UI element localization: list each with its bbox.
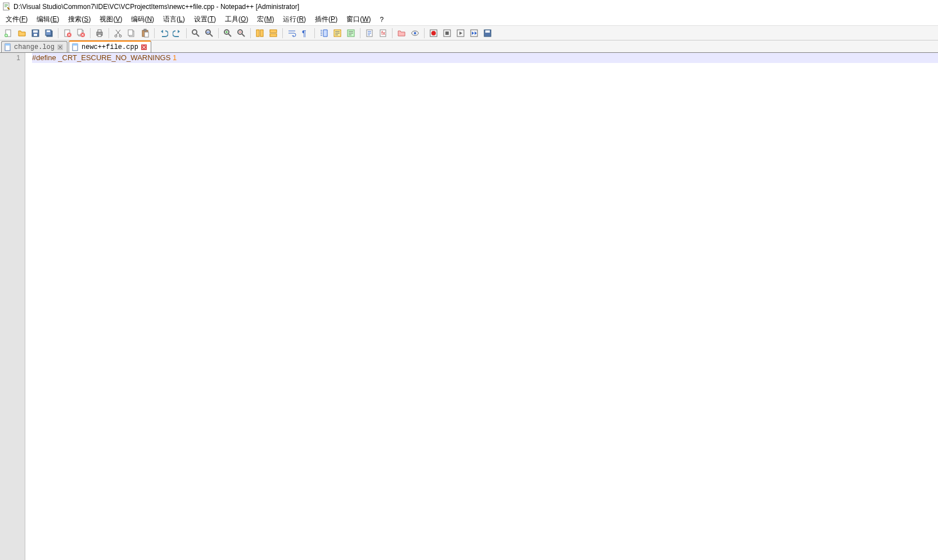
toolbar: ab ¶ fx	[0, 26, 938, 40]
macro-name-token: _CRT_ESCURE_NO_WARNINGS	[56, 53, 173, 63]
file-icon	[4, 43, 12, 51]
word-wrap-button[interactable]	[286, 27, 298, 39]
doc-map-button[interactable]	[345, 27, 357, 39]
function-list-button[interactable]: fx	[377, 27, 389, 39]
menu-edit[interactable]: 编辑(E)	[32, 13, 64, 25]
undo-button[interactable]	[157, 27, 170, 39]
menu-file[interactable]: 文件(F)	[1, 13, 32, 25]
editor-area: 1 #define _CRT_ESCURE_NO_WARNINGS 1	[0, 53, 938, 560]
paste-button[interactable]	[139, 27, 151, 39]
play-macro-button[interactable]	[454, 27, 467, 39]
svg-text:¶: ¶	[302, 29, 306, 38]
menu-macro[interactable]: 宏(M)	[252, 13, 278, 25]
play-multi-button[interactable]	[468, 27, 480, 39]
separator	[154, 28, 155, 38]
zoom-in-button[interactable]	[222, 27, 234, 39]
svg-point-42	[431, 31, 436, 35]
svg-rect-30	[260, 30, 263, 37]
svg-point-24	[192, 30, 197, 34]
svg-text:fx: fx	[381, 30, 386, 36]
svg-rect-20	[128, 30, 133, 35]
menu-tools[interactable]: 工具(O)	[220, 13, 252, 25]
number-token: 1	[173, 53, 177, 63]
show-symbols-button[interactable]: ¶	[299, 27, 312, 39]
menu-language[interactable]: 语言(L)	[159, 13, 190, 25]
svg-rect-5	[34, 34, 37, 36]
menu-help[interactable]: ?	[375, 15, 388, 25]
svg-rect-16	[98, 34, 101, 37]
gutter: 1	[0, 53, 25, 560]
separator	[360, 28, 360, 38]
folder-workspace-button[interactable]	[395, 27, 408, 39]
svg-rect-15	[98, 30, 101, 32]
menu-window[interactable]: 窗口(W)	[342, 13, 375, 25]
separator	[218, 28, 219, 38]
monitor-button[interactable]	[409, 27, 421, 39]
menu-view[interactable]: 视图(V)	[95, 13, 127, 25]
save-macro-button[interactable]	[481, 27, 494, 39]
zoom-out-button[interactable]	[235, 27, 247, 39]
cut-button[interactable]	[112, 27, 124, 39]
tab-change-log[interactable]: change.log	[1, 41, 67, 52]
separator	[314, 28, 315, 38]
menu-run[interactable]: 运行(R)	[278, 13, 310, 25]
app-icon	[2, 2, 11, 11]
menu-settings[interactable]: 设置(T)	[190, 13, 220, 25]
redo-button[interactable]	[171, 27, 183, 39]
svg-point-40	[414, 32, 416, 34]
svg-rect-8	[47, 30, 50, 32]
close-all-button[interactable]	[75, 27, 87, 39]
svg-rect-50	[5, 44, 10, 46]
sync-vertical-button[interactable]	[254, 27, 266, 39]
record-macro-button[interactable]	[427, 27, 440, 39]
tabbar: change.log newc++file.cpp	[0, 40, 938, 53]
indent-guide-button[interactable]	[318, 27, 330, 39]
copy-button[interactable]	[125, 27, 138, 39]
new-file-button[interactable]	[2, 27, 15, 39]
doc-list-button[interactable]	[363, 27, 376, 39]
separator	[109, 28, 109, 38]
tab-label: change.log	[14, 43, 55, 51]
menubar: 文件(F) 编辑(E) 搜索(S) 视图(V) 编码(N) 语言(L) 设置(T…	[0, 13, 938, 26]
window-title: D:\Visual Studio\Common7\IDE\VC\VCProjec…	[13, 3, 299, 11]
print-button[interactable]	[93, 27, 106, 39]
svg-rect-48	[485, 30, 490, 33]
svg-rect-29	[256, 30, 259, 37]
svg-rect-4	[33, 30, 38, 33]
separator	[250, 28, 251, 38]
user-lang-button[interactable]	[331, 27, 344, 39]
close-file-button[interactable]	[61, 27, 74, 39]
svg-rect-32	[270, 34, 277, 37]
svg-rect-23	[145, 32, 148, 37]
menu-search[interactable]: 搜索(S)	[64, 13, 95, 25]
titlebar: D:\Visual Studio\Common7\IDE\VC\VCProjec…	[0, 0, 938, 13]
separator	[58, 28, 58, 38]
code-line: #define _CRT_ESCURE_NO_WARNINGS 1	[32, 53, 938, 63]
menu-plugins[interactable]: 插件(P)	[310, 13, 342, 25]
line-number: 1	[0, 54, 20, 62]
open-file-button[interactable]	[16, 27, 28, 39]
separator	[282, 28, 283, 38]
find-button[interactable]	[190, 27, 202, 39]
svg-rect-53	[73, 44, 78, 46]
separator	[424, 28, 425, 38]
svg-rect-31	[270, 30, 277, 33]
tab-newc-file[interactable]: newc++file.cpp	[69, 40, 151, 52]
svg-text:ab: ab	[206, 30, 210, 34]
separator	[186, 28, 187, 38]
code-view[interactable]: #define _CRT_ESCURE_NO_WARNINGS 1	[25, 53, 938, 560]
save-all-button[interactable]	[43, 27, 55, 39]
svg-rect-22	[144, 29, 146, 31]
stop-macro-button[interactable]	[441, 27, 453, 39]
save-file-button[interactable]	[29, 27, 42, 39]
close-icon[interactable]	[57, 44, 64, 51]
close-icon[interactable]	[141, 44, 147, 51]
file-icon	[71, 43, 79, 51]
svg-rect-44	[445, 31, 449, 35]
sync-horizontal-button[interactable]	[267, 27, 279, 39]
preprocessor-token: #define	[32, 53, 56, 63]
tab-label: newc++file.cpp	[82, 43, 138, 51]
find-replace-button[interactable]: ab	[203, 27, 215, 39]
separator	[392, 28, 393, 38]
menu-encoding[interactable]: 编码(N)	[127, 13, 159, 25]
